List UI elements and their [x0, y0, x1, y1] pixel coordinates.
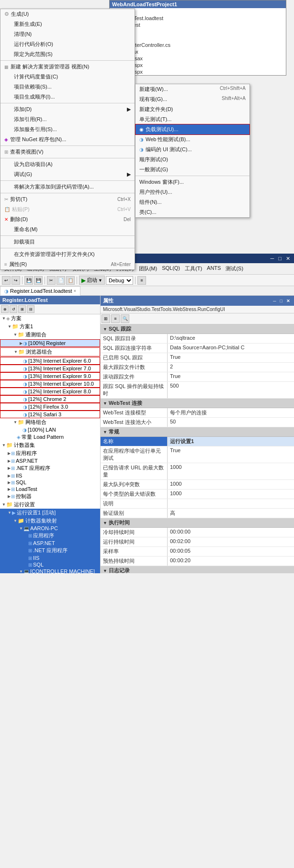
- toolbar-cut[interactable]: ✂: [47, 276, 56, 285]
- props-val[interactable]: True: [168, 372, 294, 381]
- menu-item-unload[interactable]: 卸载项目: [0, 237, 135, 247]
- menu-item-rename[interactable]: 重命名(M): [0, 224, 135, 234]
- menu-item-cut[interactable]: ✂ 剪切(T) Ctrl+X: [0, 194, 135, 204]
- exec-expand-icon[interactable]: ▼: [103, 521, 107, 525]
- submenu-item-unit-test[interactable]: 单元测试(T)...: [136, 114, 249, 124]
- submenu-item-coded-ui[interactable]: ◑ 编码的 UI 测试(C)...: [136, 145, 249, 155]
- tree-node-aaron-sql[interactable]: ▶ ⊞ SQL: [0, 561, 100, 568]
- props-cat-btn[interactable]: ≡: [111, 314, 120, 323]
- submenu-item-usercontrol[interactable]: 用户控件(U)...: [136, 187, 249, 197]
- tree-node-ie8[interactable]: ▶ ◑ [12%] Internet Explorer 8.0: [0, 388, 100, 395]
- menu-ants[interactable]: ANTS: [204, 264, 223, 273]
- solution-item[interactable]: RegisterController.cs: [110, 42, 286, 48]
- toolbar-copy[interactable]: 📄: [57, 276, 65, 285]
- se-btn-1[interactable]: ⊕: [1, 305, 9, 313]
- props-val[interactable]: 1000: [168, 463, 294, 479]
- submenu-item-existing[interactable]: 现有项(G)...Shift+Alt+A: [136, 94, 249, 104]
- props-val[interactable]: True: [168, 353, 294, 362]
- menu-item-build-order[interactable]: 项目生成顺序(I)...: [0, 92, 135, 102]
- props-val[interactable]: 500: [168, 382, 294, 398]
- toolbar-extra[interactable]: ≡: [137, 276, 146, 285]
- tree-node-dotnet-app[interactable]: ▶ ⊞ .NET 应用程序: [0, 464, 100, 472]
- tree-node-run-settings[interactable]: ▼ 📁 运行设置: [0, 501, 100, 509]
- solution-item[interactable]: ster.webtest: [110, 22, 286, 28]
- menu-item-debug[interactable]: 调试(G)▶: [0, 169, 135, 179]
- tree-node-aspnet[interactable]: ▶ ⊞ ASP.NET: [0, 457, 100, 464]
- tree-node-counter-map[interactable]: ▼ 📁 计数器集映射: [0, 517, 100, 525]
- tree-node-ie6[interactable]: ▶ ◑ [13%] Internet Explorer 6.0: [0, 357, 100, 365]
- props-val[interactable]: 高: [168, 509, 294, 518]
- submenu-item-new[interactable]: 新建项(W)...Ctrl+Shift+A: [136, 84, 249, 94]
- solution-item[interactable]: rties: [110, 35, 286, 42]
- menu-item-add-to-source[interactable]: 将解决方案添加到源代码管理(A)...: [0, 182, 135, 192]
- props-val[interactable]: 2: [168, 363, 294, 372]
- debug-config-select[interactable]: Debug: [106, 276, 133, 285]
- submenu-item-ordered[interactable]: 顺序测试(O): [136, 155, 249, 165]
- tab-close-btn[interactable]: ×: [74, 289, 76, 293]
- menu-item-build[interactable]: ⚙ 生成(U): [0, 9, 135, 19]
- tree-node-run-settings-1[interactable]: ▼ ▶ 运行设置1 [活动]: [0, 509, 100, 517]
- props-val[interactable]: 1000: [168, 490, 294, 499]
- menu-item-add-ref[interactable]: 添加引用(R)...: [0, 114, 135, 124]
- menu-item-add-svc[interactable]: 添加服务引用(S)...: [0, 124, 135, 134]
- submenu-item-generic[interactable]: 一般测试(G): [136, 165, 249, 175]
- menu-item-paste[interactable]: 📋 粘贴(P) Ctrl+V: [0, 204, 135, 214]
- props-val[interactable]: 00:02:00: [168, 537, 294, 546]
- section-expand-icon[interactable]: ▼: [103, 327, 107, 332]
- props-val-name[interactable]: 运行设置1: [168, 437, 294, 446]
- se-btn-4[interactable]: ⊟: [27, 305, 34, 313]
- props-val[interactable]: D:\sqltrace: [168, 334, 294, 343]
- toolbar-save[interactable]: 💾: [24, 276, 33, 285]
- se-btn-2[interactable]: ↺: [10, 305, 17, 313]
- se-btn-3[interactable]: ⊞: [18, 305, 26, 313]
- solution-item[interactable]: plication2: [110, 28, 286, 35]
- menu-sql[interactable]: SQL(Q): [159, 264, 182, 273]
- general-expand-icon[interactable]: ▼: [103, 430, 107, 434]
- submenu-item-component[interactable]: 组件(N)...: [136, 197, 249, 207]
- webtest-expand-icon[interactable]: ▼: [103, 401, 107, 406]
- menu-item-add[interactable]: 添加(D)▶: [0, 104, 135, 114]
- tree-node-safari[interactable]: ▶ ◑ [12%] Safari 3: [0, 411, 100, 418]
- props-val[interactable]: 00:00:00: [168, 528, 294, 537]
- props-val[interactable]: 00:00:20: [168, 556, 294, 566]
- menu-item-view-class[interactable]: ⊞ 查看类视图(V): [0, 147, 135, 157]
- props-val[interactable]: 50: [168, 418, 294, 427]
- tree-node-aaron-aspnet[interactable]: ▶ ⊞ ASP.NET: [0, 540, 100, 546]
- menu-item-analyze[interactable]: 运行代码分析(O): [0, 39, 135, 49]
- props-val[interactable]: True: [168, 446, 294, 463]
- tree-node-scenario1[interactable]: ▼ 📁 方案1: [0, 323, 100, 331]
- menu-item-rebuild[interactable]: 重新生成(E): [0, 19, 135, 29]
- tree-node-test-mix[interactable]: ▼ 📁 通测组合: [0, 331, 100, 339]
- submenu-item-winform[interactable]: Windows 窗体(F)...: [136, 177, 249, 187]
- props-val[interactable]: 每个用户的连接: [168, 408, 294, 417]
- solution-item[interactable]: al.asax: [110, 48, 286, 55]
- menu-tools[interactable]: 工具(T): [182, 264, 204, 273]
- props-val[interactable]: Data Source=Aaron-PC;Initial C: [168, 344, 294, 353]
- tree-node-register[interactable]: ▶ ◑ [100%] Register: [0, 339, 100, 347]
- tree-node-counters[interactable]: ▼ 📁 计数器集: [0, 441, 100, 449]
- tree-node-app[interactable]: ▶ ⊞ 应用程序: [0, 449, 100, 457]
- props-close-btn[interactable]: ✕: [285, 299, 292, 303]
- tab-loadtest[interactable]: ◑ Register.LoadTest.loadtest ×: [0, 286, 80, 296]
- props-float-btn[interactable]: □: [279, 299, 284, 303]
- props-search-btn[interactable]: 🔍: [121, 314, 129, 323]
- tree-node-load-pattern[interactable]: ▶ ◈ 常量 Load Pattern: [0, 433, 100, 441]
- menu-item-deps[interactable]: 项目依赖项(S)...: [0, 82, 135, 92]
- toolbar-redo[interactable]: ↪: [11, 276, 20, 285]
- toolbar-undo[interactable]: ↩: [2, 276, 11, 285]
- menu-team[interactable]: 团队(M): [136, 264, 160, 273]
- tree-node-chrome[interactable]: ▶ ◑ [12%] Chrome 2: [0, 395, 100, 403]
- vs-close-btn[interactable]: ✕: [286, 256, 290, 262]
- props-val[interactable]: 00:00:05: [168, 547, 294, 556]
- toolbar-start[interactable]: ▶ 启动 ▼: [79, 276, 105, 285]
- menu-item-metrics[interactable]: 计算代码度量值(C): [0, 72, 135, 82]
- start-dropdown-icon[interactable]: ▼: [98, 278, 102, 283]
- props-val[interactable]: [168, 499, 294, 508]
- submenu-item-web-perf[interactable]: ◑ Web 性能测试(B)...: [136, 134, 249, 145]
- tree-node-controller[interactable]: ▶ ⊞ 控制器: [0, 492, 100, 501]
- menu-item-new-view[interactable]: ▦ 新建 解决方案资源管理器 视图(N): [0, 62, 135, 72]
- solution-item[interactable]: ster.LoadTest.loadtest: [110, 15, 286, 22]
- props-sort-btn[interactable]: ⊞: [102, 314, 110, 323]
- vs-maximize-btn[interactable]: □: [278, 256, 282, 261]
- tree-node-lan[interactable]: ▶ ◑ [100%] LAN: [0, 426, 100, 433]
